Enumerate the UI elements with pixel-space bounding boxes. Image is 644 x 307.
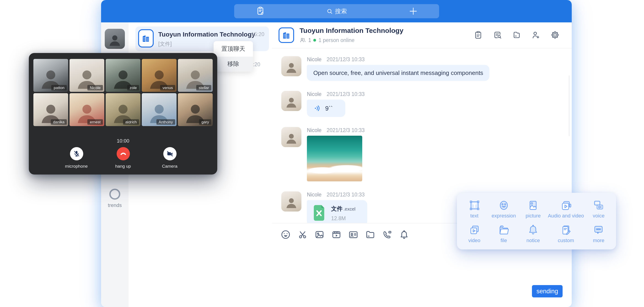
add-icon[interactable] [408,6,418,16]
member-count: 1 [308,37,311,43]
message-voice: Nicole 2021/12/3 10:33 9`` [281,91,572,117]
hang-up-icon [119,150,127,158]
current-user-avatar[interactable] [105,29,125,49]
attach-item-expression[interactable]: expression [489,196,519,221]
participant-name: Anthony [156,119,175,125]
call-timer: 10:00 [29,138,217,143]
custom-message-icon [560,224,572,236]
sender-name: Nicole [307,57,322,62]
participant-name: Nicole [88,85,103,90]
call-participant-video: gary [178,93,213,126]
attach-item-file[interactable]: file [489,221,519,246]
online-dot [314,39,316,41]
voice-bubble[interactable]: 9`` [307,100,345,117]
nav-item-trends[interactable]: trends [101,189,128,208]
control-label: Camera [154,164,185,169]
top-bar: 搜索 [101,0,572,22]
folder-icon[interactable] [365,229,376,240]
voice-message-icon [592,199,605,212]
attach-item-custom[interactable]: custom [548,221,584,246]
send-button[interactable]: sending [532,285,562,298]
text-tool-icon [468,199,480,212]
video-call-icon[interactable] [382,229,392,240]
sender-avatar[interactable] [281,56,302,76]
contact-card-icon[interactable] [348,229,358,240]
chat-main: Tuoyun Information Technology 1 1 person… [272,22,572,307]
attach-item-voice[interactable]: voice [584,196,613,221]
menu-item-pin-chat[interactable]: 置顶聊天 [214,41,253,56]
text-bubble[interactable]: Open source, free, and universal instant… [307,65,490,81]
menu-item-remove[interactable]: 移除 [214,56,253,72]
attach-item-more[interactable]: more [584,221,613,246]
settings-gear-icon[interactable] [550,30,560,40]
attach-item-text[interactable]: text [460,196,489,221]
trends-label: trends [101,202,128,208]
message-time: 2021/12/3 10:33 [326,127,364,133]
file-folder-icon [498,224,510,236]
mute-microphone-button[interactable] [70,147,83,160]
chat-history-search-icon[interactable] [492,30,502,40]
camera-off-button[interactable] [163,147,176,160]
message-type-panel: text expression picture [457,193,616,250]
group-avatar [138,29,154,47]
mic-off-icon [72,150,80,158]
expression-icon [498,199,510,212]
conversation-last-message: [文件] [158,41,172,47]
video-clip-icon[interactable] [331,229,342,240]
person-silhouette-icon [108,32,122,47]
image-attachment[interactable] [307,136,362,181]
trends-icon [109,189,120,200]
file-extension: .excel [344,206,356,211]
audio-video-icon [560,199,572,212]
video-call-panel: patton Nicole zole venus stellar danika [29,53,217,175]
participant-name: danika [51,119,67,125]
file-name: 文件 [331,205,342,212]
screenshot-scissors-icon[interactable] [297,229,308,240]
conversation-title: Tuoyun Information Technology [158,31,255,38]
group-notice-icon[interactable] [474,30,483,40]
hang-up-button[interactable] [116,147,130,160]
message-image: Nicole 2021/12/3 10:33 [281,127,572,181]
message-time: 2021/12/3 10:33 [326,57,364,62]
message-meta: Nicole 2021/12/3 10:33 [307,127,365,133]
attach-item-picture[interactable]: picture [518,196,548,221]
camera-control: Camera [154,147,185,169]
person-silhouette-icon [284,131,298,145]
attach-item-notice[interactable]: notice [518,221,548,246]
emoji-icon[interactable] [280,229,291,240]
search-bar[interactable]: 搜索 [234,4,439,18]
hang-up-control: hang up [108,147,138,169]
sender-name: Nicole [307,192,322,197]
search-placeholder: 搜索 [335,7,347,15]
participant-name: aldrich [123,119,139,125]
message-text: Nicole 2021/12/3 10:33 Open source, free… [281,56,572,81]
file-bubble[interactable]: 文件.excel 12.8M [307,200,367,223]
notification-bell-icon[interactable] [399,229,409,240]
scrollbar[interactable] [568,75,570,136]
add-member-icon[interactable] [531,30,541,40]
sender-avatar[interactable] [281,91,302,111]
call-participant-video: venus [142,59,176,92]
picture-icon[interactable] [314,229,325,240]
conversation-context-menu: 置顶聊天 移除 [214,41,253,72]
video-message-icon [468,224,480,236]
sender-avatar[interactable] [281,127,302,147]
app-screenshot: 搜索 trends [0,0,644,307]
group-file-icon[interactable] [512,30,522,40]
message-meta: Nicole 2021/12/3 10:33 [307,192,367,197]
attach-item-video[interactable]: video [460,221,489,246]
group-avatar [278,27,294,43]
call-participant-video: ernest [70,93,104,126]
attach-item-audio-video[interactable]: Audio and video [548,196,584,221]
message-time: 2021/12/3 10:33 [326,91,364,97]
more-icon [592,224,605,236]
sender-avatar[interactable] [281,191,302,212]
call-participant-video: aldrich [106,93,140,126]
call-participant-video: stellar [178,59,213,92]
message-meta: Nicole 2021/12/3 10:33 [307,91,365,97]
control-label: microphone [61,164,92,169]
call-participant-video: zole [106,59,140,92]
chat-header: Tuoyun Information Technology 1 1 person… [272,22,572,48]
participant-name: patton [52,85,67,90]
call-participant-video: Nicole [70,59,104,92]
